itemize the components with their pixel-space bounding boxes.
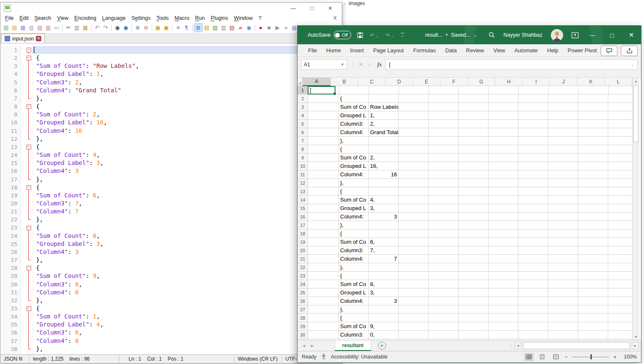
cell-G1[interactable]	[489, 86, 519, 94]
cell-I22[interactable]	[548, 263, 578, 272]
row-header-29[interactable]: 29	[298, 322, 308, 331]
row-header-26[interactable]: 26	[298, 297, 308, 305]
row-header-5[interactable]: 5	[298, 120, 308, 128]
cell-I16[interactable]	[548, 213, 578, 221]
cell-F13[interactable]	[459, 187, 488, 196]
cell-I10[interactable]	[548, 162, 578, 170]
cell-G6[interactable]	[488, 128, 518, 137]
cell-G13[interactable]	[488, 187, 518, 196]
cell-F4[interactable]	[459, 111, 488, 120]
fold-collapse-icon[interactable]: –	[27, 145, 31, 149]
code-line-25[interactable]: 25 "Grouped Label": 3,	[0, 240, 342, 248]
cell-G25[interactable]	[488, 289, 518, 297]
cell-G26[interactable]	[488, 297, 518, 305]
tab-input-json[interactable]: input.json ✕	[1, 33, 45, 43]
ribbon-display-options-icon[interactable]	[572, 32, 579, 38]
cell-A20[interactable]	[308, 246, 339, 255]
code-line-6[interactable]: 6 "Column4": "Grand Total"	[0, 86, 342, 94]
cell-D4[interactable]	[399, 111, 429, 120]
cell-H4[interactable]	[518, 111, 548, 120]
cell-H31[interactable]	[518, 339, 548, 340]
cell-E5[interactable]	[429, 120, 459, 128]
cell-B16[interactable]: Column4:	[339, 213, 369, 221]
ribbon-tab-view[interactable]: View	[488, 45, 510, 56]
cell-E30[interactable]	[429, 331, 459, 339]
code-line-15[interactable]: 15 "Grouped Label": 3,	[0, 159, 342, 167]
cell-G29[interactable]	[488, 322, 518, 331]
cancel-entry-icon[interactable]: ✕	[359, 62, 363, 67]
name-box-dropdown-icon[interactable]: ▼	[341, 62, 344, 67]
cell-J11[interactable]	[578, 170, 608, 179]
fold-margin[interactable]: –	[25, 305, 32, 313]
cell-I28[interactable]	[548, 314, 578, 322]
print-icon[interactable]: ▭	[53, 24, 61, 32]
cell-C3[interactable]: Row Labels,	[369, 103, 399, 111]
cell-H28[interactable]	[518, 314, 548, 322]
cell-K23[interactable]	[608, 272, 632, 280]
save-icon[interactable]	[357, 32, 363, 38]
menu-language[interactable]: Language	[99, 14, 129, 22]
row-header-24[interactable]: 24	[298, 280, 308, 289]
cell-H27[interactable]	[518, 305, 548, 314]
undo-icon[interactable]: ↶	[93, 24, 101, 32]
cell-G4[interactable]	[488, 111, 518, 120]
cell-A13[interactable]	[308, 187, 339, 196]
cell-H11[interactable]	[518, 170, 548, 179]
cell-D20[interactable]	[399, 246, 429, 255]
code-line-26[interactable]: 26 "Column4": 3	[0, 248, 342, 256]
cell-G2[interactable]	[488, 94, 518, 103]
cell-D30[interactable]	[399, 331, 429, 339]
fold-collapse-icon[interactable]: –	[27, 226, 31, 230]
cell-I9[interactable]	[548, 154, 578, 162]
cell-A16[interactable]	[308, 213, 339, 221]
cell-D10[interactable]	[399, 162, 429, 170]
cell-C20[interactable]: 7,	[369, 246, 399, 255]
row-header-4[interactable]: 4	[298, 111, 308, 120]
cell-D24[interactable]	[399, 280, 429, 289]
cell-F10[interactable]	[459, 162, 488, 170]
cell-H5[interactable]	[518, 120, 548, 128]
vertical-scrollbar[interactable]: ▲ ▼	[632, 78, 639, 340]
code-line-35[interactable]: 35 "Grouped Label": 4,	[0, 321, 342, 329]
cell-I25[interactable]	[548, 289, 578, 297]
cell-I14[interactable]	[548, 196, 578, 204]
cell-I1[interactable]	[549, 86, 579, 94]
cell-C29[interactable]: 9,	[369, 322, 399, 331]
cell-D26[interactable]	[399, 297, 429, 305]
cell-G7[interactable]	[488, 137, 518, 145]
cell-F7[interactable]	[459, 137, 488, 145]
code-line-4[interactable]: 4 "Grouped Label": 1,	[0, 70, 342, 78]
search-icon[interactable]	[488, 32, 495, 38]
cell-C15[interactable]: 3,	[369, 204, 399, 213]
cell-I27[interactable]	[548, 305, 578, 314]
cell-F9[interactable]	[459, 154, 488, 162]
cell-D1[interactable]	[399, 86, 429, 94]
code-line-23[interactable]: 23– {	[0, 224, 342, 232]
ribbon-tab-page-layout[interactable]: Page Layout	[368, 45, 408, 56]
cell-E6[interactable]	[429, 128, 459, 137]
cell-A5[interactable]	[308, 120, 339, 128]
row-header-23[interactable]: 23	[298, 272, 308, 280]
code-line-33[interactable]: 33– {	[0, 305, 342, 313]
cell-A27[interactable]	[308, 305, 339, 314]
cell-J16[interactable]	[578, 213, 608, 221]
fold-margin[interactable]: –	[25, 46, 32, 54]
row-header-31[interactable]: 31	[298, 339, 308, 340]
cell-K4[interactable]	[608, 111, 632, 120]
cell-F6[interactable]	[459, 128, 488, 137]
cell-E1[interactable]	[429, 86, 459, 94]
cell-E21[interactable]	[429, 255, 459, 263]
menu-view[interactable]: View	[54, 14, 71, 22]
cell-B12[interactable]: },	[339, 179, 369, 187]
cell-G16[interactable]	[488, 213, 518, 221]
row-header-3[interactable]: 3	[298, 103, 308, 111]
cell-K5[interactable]	[608, 120, 632, 128]
cell-C12[interactable]	[369, 179, 399, 187]
cell-I18[interactable]	[548, 229, 578, 238]
name-box[interactable]: A1 ▼	[301, 59, 347, 70]
cell-F8[interactable]	[459, 145, 488, 154]
cell-B21[interactable]: Column4:	[339, 255, 369, 263]
cell-A7[interactable]	[308, 137, 339, 145]
code-line-13[interactable]: 13– {	[0, 143, 342, 151]
cell-C23[interactable]	[369, 272, 399, 280]
